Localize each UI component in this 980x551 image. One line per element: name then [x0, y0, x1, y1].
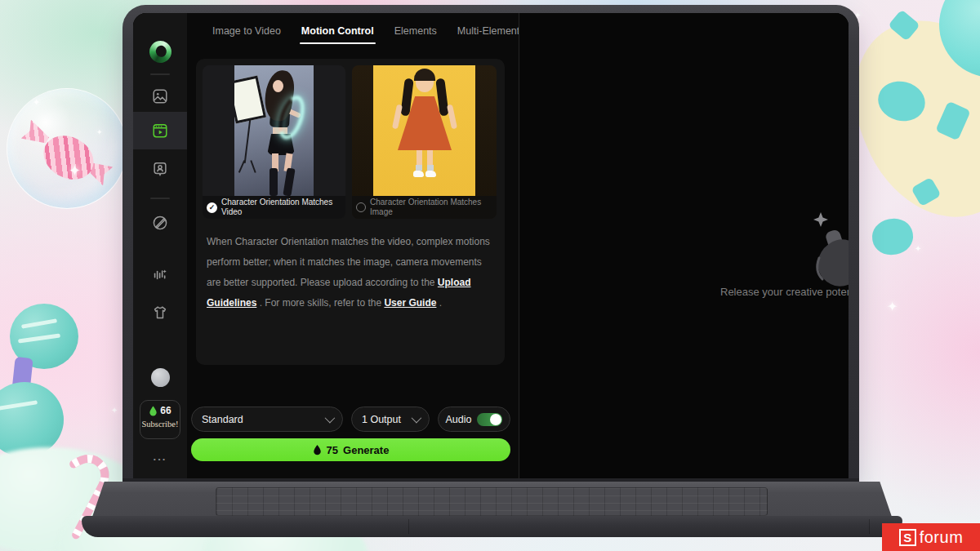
softbox-light-art	[234, 76, 266, 124]
app-window: 66 Subscribe! ... Image to Video Motion …	[133, 13, 849, 480]
option-card-matches-image[interactable]: Character Orientation Matches Image	[352, 65, 497, 219]
stage: ✦ ✦ ✦ ✦ ✦ ✦ ✦ ✦ ✦ ✦	[0, 0, 980, 551]
tab-elements[interactable]: Elements	[394, 25, 437, 37]
sparkle-decoration: ✦	[69, 163, 81, 178]
tab-image-to-video[interactable]: Image to Video	[212, 25, 281, 37]
preview-panel: Release your creative potential	[519, 13, 849, 480]
sidebar-item-try-on[interactable]	[133, 294, 187, 331]
output-count-select[interactable]: 1 Output	[351, 407, 430, 432]
laptop-screen: 66 Subscribe! ... Image to Video Motion …	[133, 13, 849, 480]
sforum-text: forum	[920, 528, 964, 547]
preview-placeholder-text: Release your creative potential	[720, 286, 849, 298]
option-label-video: Character Orientation Matches Video	[221, 198, 341, 218]
description-text-2: . For more skills, refer to the	[256, 297, 384, 309]
dancing-woman-photo	[234, 65, 314, 196]
laptop-base-bottom	[82, 516, 902, 537]
main-panel: Image to Video Motion Control Elements M…	[187, 13, 519, 480]
user-guide-link[interactable]: User Guide	[384, 297, 436, 309]
sidebar: 66 Subscribe! ...	[133, 13, 187, 480]
tab-motion-control[interactable]: Motion Control	[301, 25, 374, 37]
option-label-image: Character Orientation Matches Image	[370, 198, 492, 218]
orientation-panel: ✓ Character Orientation Matches Video	[196, 59, 505, 365]
orientation-description: When Character Orientation matches the v…	[207, 232, 496, 313]
digital-human-icon	[151, 160, 169, 178]
subscribe-label: Subscribe!	[140, 420, 180, 429]
mode-select[interactable]: Standard	[191, 407, 343, 432]
sparkle-decoration: ✦	[887, 300, 898, 313]
sidebar-item-image[interactable]	[133, 78, 187, 115]
sparkle-decoration: ✦	[915, 245, 921, 253]
generate-cost: 75	[327, 444, 338, 456]
cost-droplet-icon	[313, 444, 322, 455]
sparkle-decoration: ✦	[33, 98, 40, 107]
video-icon	[151, 122, 169, 140]
credits-count: 66	[160, 405, 171, 416]
audio-waveform-icon	[151, 266, 169, 284]
logo-ring-icon	[147, 38, 173, 64]
sforum-s-logo: S	[899, 529, 916, 546]
tab-multi-elements[interactable]: Multi-Elements	[457, 25, 525, 37]
radio-unchecked-icon[interactable]	[356, 202, 366, 212]
sparkle-decoration: ✦	[111, 407, 118, 415]
shirt-icon	[151, 304, 169, 322]
sparkle-decoration: ✦	[96, 129, 103, 136]
audio-label: Audio	[446, 414, 472, 425]
mode-select-value: Standard	[202, 414, 243, 425]
app-logo[interactable]	[133, 33, 187, 70]
palmrest-seam	[869, 519, 870, 534]
sidebar-item-edit[interactable]	[133, 204, 187, 242]
credit-droplet-icon	[149, 406, 158, 416]
audio-control: Audio	[438, 407, 510, 432]
lollipop-ball-decoration-2	[0, 382, 64, 457]
output-select-value: 1 Output	[362, 414, 401, 425]
description-text-3: .	[436, 297, 442, 309]
sidebar-divider	[150, 198, 170, 199]
chevron-down-icon	[325, 413, 336, 424]
girl-orange-dress-photo	[373, 65, 475, 196]
radio-checked-icon[interactable]: ✓	[207, 202, 217, 213]
laptop-keyboard	[216, 487, 768, 516]
audio-toggle[interactable]	[477, 413, 502, 426]
laptop-screen-shell: 66 Subscribe! ... Image to Video Motion …	[122, 5, 859, 482]
user-avatar[interactable]	[133, 358, 187, 396]
sidebar-item-audio[interactable]	[133, 256, 187, 294]
edit-circle-icon	[151, 214, 169, 232]
toggle-knob	[490, 414, 501, 425]
option-card-matches-video[interactable]: ✓ Character Orientation Matches Video	[203, 65, 345, 219]
sidebar-item-digital-human[interactable]	[133, 150, 187, 188]
option-bar-image: Character Orientation Matches Image	[352, 196, 497, 219]
chevron-down-icon	[412, 413, 422, 424]
sidebar-item-video-active[interactable]	[133, 112, 187, 149]
tab-bar: Image to Video Motion Control Elements M…	[212, 20, 525, 42]
generate-button[interactable]: 75 Generate	[191, 438, 510, 461]
avatar-image	[151, 368, 170, 387]
palmrest-seam	[408, 519, 409, 534]
candy-chip-decoration	[870, 216, 916, 258]
laptop-base	[91, 482, 893, 519]
sforum-watermark: S forum	[882, 523, 980, 551]
credits-subscribe-box[interactable]: 66 Subscribe!	[140, 400, 180, 439]
option-bar-video: ✓ Character Orientation Matches Video	[203, 196, 345, 219]
image-icon	[151, 87, 169, 105]
generate-label: Generate	[343, 444, 389, 456]
sidebar-divider	[150, 73, 170, 75]
sidebar-more-button[interactable]: ...	[133, 451, 187, 463]
